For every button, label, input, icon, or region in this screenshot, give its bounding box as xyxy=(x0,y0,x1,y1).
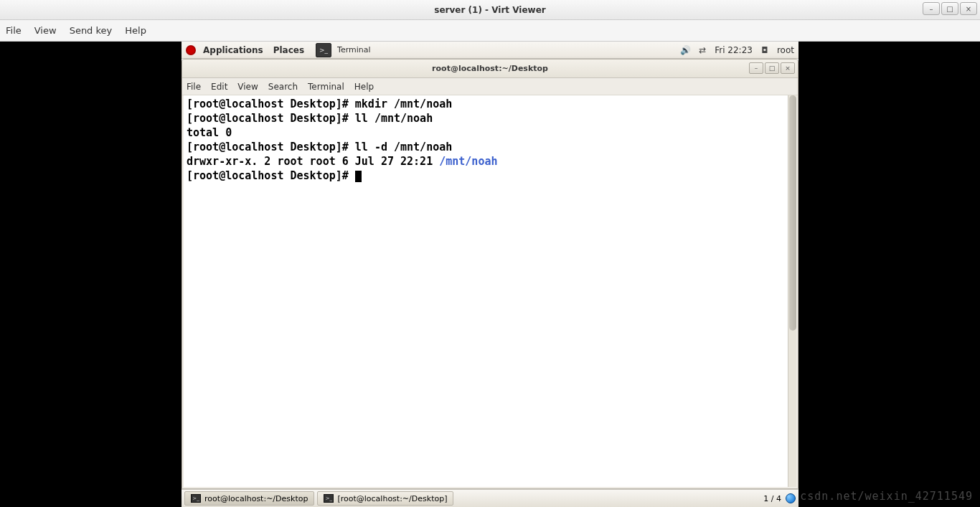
terminal-menubar: File Edit View Search Terminal Help xyxy=(182,78,798,95)
terminal-titlebar: root@localhost:~/Desktop – □ × xyxy=(182,60,798,78)
user-label[interactable]: root xyxy=(777,45,794,55)
terminal-icon: >_ xyxy=(324,494,334,503)
places-menu[interactable]: Places xyxy=(270,45,307,55)
taskbar-item[interactable]: >_root@localhost:~/Desktop xyxy=(184,491,314,506)
guest-desktop: Applications Places >_ Terminal 🔊 ⇄ Fri … xyxy=(182,42,798,507)
terminal-close-button[interactable]: × xyxy=(781,62,795,74)
panel-left: Applications Places >_ Terminal xyxy=(186,43,371,57)
menu-file[interactable]: File xyxy=(6,25,22,36)
terminal-window-controls: – □ × xyxy=(749,62,795,74)
virt-viewer-titlebar: server (1) - Virt Viewer – □ × xyxy=(0,0,980,20)
vm-display-area: Applications Places >_ Terminal 🔊 ⇄ Fri … xyxy=(0,42,980,507)
workspace-label: 1 / 4 xyxy=(763,494,781,503)
terminal-minimize-button[interactable]: – xyxy=(749,62,763,74)
terminal-maximize-button[interactable]: □ xyxy=(765,62,779,74)
clock[interactable]: Fri 22:23 xyxy=(715,45,753,55)
volume-icon[interactable]: 🔊 xyxy=(680,45,690,55)
terminal-launcher-label[interactable]: Terminal xyxy=(337,45,371,55)
terminal-launcher-icon[interactable]: >_ xyxy=(316,43,331,57)
watermark: csdn.net/weixin_42711549 xyxy=(800,490,973,503)
window-title: server (1) - Virt Viewer xyxy=(434,5,545,15)
taskbar-item-label: [root@localhost:~/Desktop] xyxy=(337,494,447,503)
gnome-bottom-panel: >_root@localhost:~/Desktop>_[root@localh… xyxy=(182,489,798,507)
terminal-menu-view[interactable]: View xyxy=(237,82,258,92)
terminal-icon: >_ xyxy=(191,494,201,503)
virt-viewer-menubar: File View Send key Help xyxy=(0,20,980,42)
terminal-content[interactable]: [root@localhost Desktop]# mkdir /mnt/noa… xyxy=(184,95,796,184)
menu-view[interactable]: View xyxy=(34,25,57,36)
terminal-body[interactable]: [root@localhost Desktop]# mkdir /mnt/noa… xyxy=(184,95,796,487)
taskbar-right: 1 / 4 xyxy=(763,493,796,503)
terminal-menu-search[interactable]: Search xyxy=(268,82,298,92)
menu-help[interactable]: Help xyxy=(125,25,146,36)
applications-menu[interactable]: Applications xyxy=(200,45,266,55)
minimize-button[interactable]: – xyxy=(923,2,940,15)
terminal-menu-file[interactable]: File xyxy=(187,82,201,92)
terminal-scrollbar[interactable] xyxy=(788,95,796,487)
window-controls: – □ × xyxy=(923,2,977,15)
panel-right: 🔊 ⇄ Fri 22:23 ◘ root xyxy=(680,45,794,55)
workspace-switcher-icon[interactable] xyxy=(786,493,796,503)
scrollbar-thumb[interactable] xyxy=(789,95,796,331)
terminal-window: root@localhost:~/Desktop – □ × File Edit… xyxy=(182,59,798,489)
network-icon[interactable]: ⇄ xyxy=(697,45,707,55)
taskbar-item-label: root@localhost:~/Desktop xyxy=(204,494,308,503)
user-icon: ◘ xyxy=(760,45,770,55)
terminal-menu-terminal[interactable]: Terminal xyxy=(308,82,344,92)
terminal-menu-edit[interactable]: Edit xyxy=(211,82,227,92)
terminal-title: root@localhost:~/Desktop xyxy=(432,64,548,73)
redhat-icon xyxy=(186,45,196,55)
maximize-button[interactable]: □ xyxy=(941,2,958,15)
close-button[interactable]: × xyxy=(960,2,977,15)
menu-sendkey[interactable]: Send key xyxy=(70,25,113,36)
taskbar-item[interactable]: >_[root@localhost:~/Desktop] xyxy=(317,491,453,506)
gnome-top-panel: Applications Places >_ Terminal 🔊 ⇄ Fri … xyxy=(182,42,798,59)
terminal-menu-help[interactable]: Help xyxy=(354,82,374,92)
